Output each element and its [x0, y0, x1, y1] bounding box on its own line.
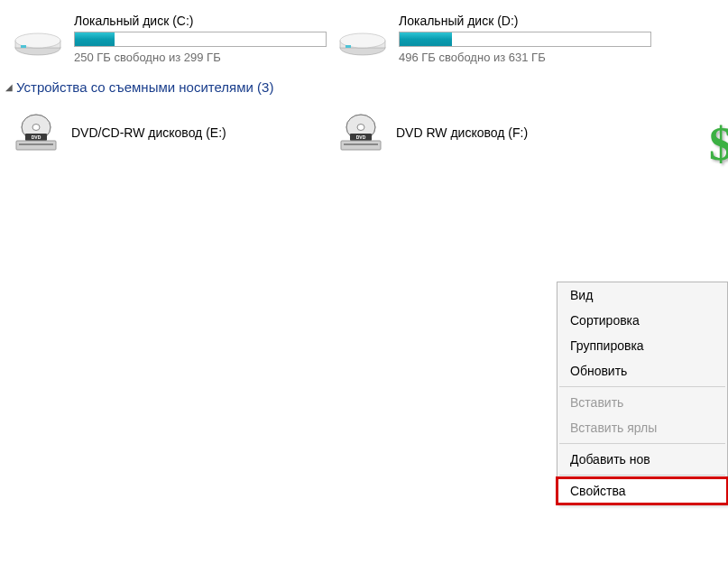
- drive-c[interactable]: Локальный диск (C:) 250 ГБ свободно из 2…: [9, 9, 334, 69]
- optical-drives-row: DVD DVD/CD-RW дисковод (E:) DVD DVD RW д…: [0, 102, 728, 156]
- drive-c-label: Локальный диск (C:): [74, 14, 329, 28]
- svg-rect-21: [344, 143, 378, 145]
- drive-c-usage-bar: [74, 32, 327, 47]
- dollar-sign-icon: $: [709, 117, 728, 171]
- drive-d-status: 496 ГБ свободно из 631 ГБ: [399, 51, 654, 64]
- section-title: Устройства со съемными носителями (3): [16, 79, 273, 95]
- context-menu: Вид Сортировка Группировка Обновить Вста…: [557, 282, 728, 504]
- svg-point-17: [357, 125, 364, 131]
- drive-d-usage-bar: [399, 32, 651, 47]
- hard-drive-icon: [14, 21, 63, 57]
- menu-properties[interactable]: Свойства: [556, 476, 728, 505]
- menu-group[interactable]: Группировка: [558, 333, 727, 358]
- drive-f-label: DVD RW дисковод (F:): [396, 125, 528, 140]
- drive-f[interactable]: DVD DVD RW дисковод (F:): [334, 109, 659, 156]
- svg-rect-7: [346, 45, 351, 48]
- dvd-drive-icon: DVD: [14, 114, 59, 152]
- drive-d[interactable]: Локальный диск (D:) 496 ГБ свободно из 6…: [334, 9, 659, 69]
- hard-drives-row: Локальный диск (C:) 250 ГБ свободно из 2…: [0, 0, 728, 69]
- svg-point-10: [32, 125, 40, 131]
- drive-e[interactable]: DVD DVD/CD-RW дисковод (E:): [9, 109, 334, 156]
- menu-separator: [559, 443, 725, 444]
- hard-drive-icon: [338, 21, 388, 57]
- drive-c-status: 250 ГБ свободно из 299 ГБ: [74, 51, 329, 64]
- menu-separator: [559, 386, 725, 387]
- removable-devices-header[interactable]: ◢ Устройства со съемными носителями (3): [0, 69, 728, 102]
- menu-add-new[interactable]: Добавить нов: [558, 447, 727, 472]
- drive-c-info: Локальный диск (C:) 250 ГБ свободно из 2…: [74, 14, 329, 64]
- collapse-arrow-icon: ◢: [5, 82, 13, 92]
- drive-d-label: Локальный диск (D:): [399, 14, 654, 28]
- menu-paste-shortcut: Вставить ярлы: [558, 415, 727, 440]
- menu-view[interactable]: Вид: [558, 282, 727, 308]
- svg-rect-3: [21, 45, 26, 48]
- svg-text:DVD: DVD: [32, 134, 41, 140]
- menu-refresh[interactable]: Обновить: [558, 358, 727, 384]
- menu-paste: Вставить: [558, 390, 727, 415]
- dvd-drive-icon: DVD: [338, 114, 383, 152]
- drive-e-label: DVD/CD-RW дисковод (E:): [71, 125, 226, 140]
- svg-text:DVD: DVD: [356, 134, 366, 140]
- drive-d-info: Локальный диск (D:) 496 ГБ свободно из 6…: [399, 14, 654, 64]
- svg-rect-14: [19, 143, 53, 145]
- menu-sort[interactable]: Сортировка: [558, 308, 727, 333]
- menu-separator: [559, 475, 725, 476]
